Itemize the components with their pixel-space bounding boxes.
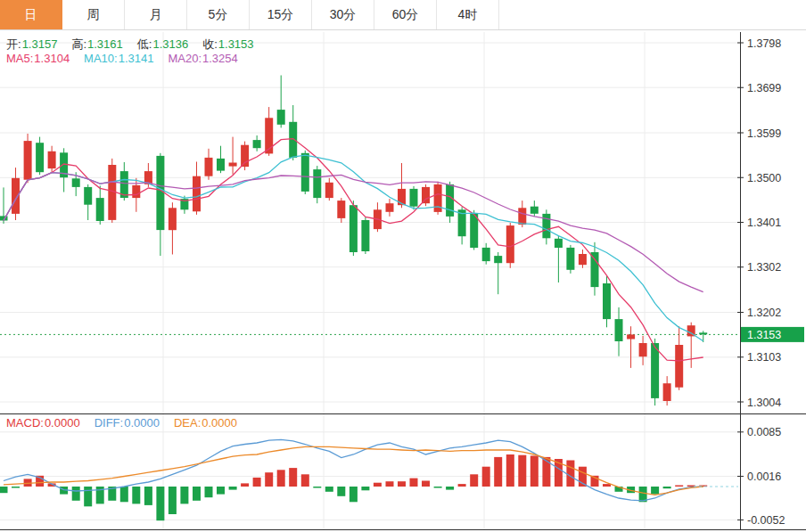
legend-value: 1.3254 bbox=[202, 52, 238, 65]
macd-hist-bar bbox=[180, 487, 188, 503]
legend-label: MA5: bbox=[6, 52, 33, 65]
candle-body bbox=[24, 141, 32, 180]
ohlc-legend: 开:1.3157高:1.3161低:1.3136收:1.3153 bbox=[6, 37, 268, 53]
candle-body bbox=[301, 153, 309, 192]
y-axis-label: 1.3500 bbox=[747, 172, 781, 184]
macd-hist-bar bbox=[482, 467, 490, 487]
legend-value: 0.0000 bbox=[202, 416, 237, 430]
legend-macd-item: MACD:0.0000 bbox=[6, 416, 84, 430]
macd-hist-bar bbox=[301, 474, 309, 487]
tab-5min[interactable]: 5分 bbox=[187, 0, 250, 29]
candle-body bbox=[566, 248, 574, 270]
macd-hist-bar bbox=[265, 472, 273, 487]
macd-hist-bar bbox=[506, 454, 514, 487]
macd-hist-bar bbox=[241, 483, 249, 487]
legend-value: 1.3141 bbox=[119, 52, 154, 65]
y-axis-label: 1.3103 bbox=[747, 351, 781, 364]
macd-hist-bar bbox=[361, 487, 369, 490]
candle-body bbox=[639, 343, 647, 356]
candle-body bbox=[12, 178, 20, 214]
macd-hist-bar bbox=[470, 474, 478, 487]
legend-ohlc-item: 收:1.3153 bbox=[202, 37, 257, 51]
y-axis-label: 1.3202 bbox=[747, 307, 781, 319]
candle-body bbox=[48, 151, 56, 168]
legend-ma-item: MA5:1.3104 bbox=[6, 52, 73, 65]
candle-body bbox=[446, 184, 454, 217]
macd-hist-bar bbox=[530, 455, 539, 487]
candle-body bbox=[289, 122, 297, 158]
legend-ohlc-item: 高:1.3161 bbox=[71, 37, 126, 51]
tab-30min[interactable]: 30分 bbox=[312, 0, 374, 29]
legend-ohlc-item: 开:1.3157 bbox=[6, 37, 61, 51]
macd-hist-bar bbox=[566, 461, 574, 487]
candle-body bbox=[36, 143, 44, 172]
tab-day[interactable]: 日 bbox=[0, 0, 62, 29]
macd-hist-bar bbox=[398, 481, 406, 487]
macd-hist-bar bbox=[374, 483, 382, 487]
candle-body bbox=[579, 254, 587, 265]
candle-body bbox=[591, 252, 599, 287]
y-axis-label: 1.3699 bbox=[747, 82, 781, 94]
candle-body bbox=[96, 198, 104, 221]
tab-60min[interactable]: 60分 bbox=[374, 0, 437, 29]
macd-hist-bar bbox=[434, 487, 442, 488]
macd-hist-bar bbox=[253, 478, 261, 487]
candle-body bbox=[313, 169, 321, 198]
macd-hist-bar bbox=[205, 487, 213, 497]
candle-body bbox=[603, 283, 611, 319]
current-price-badge-text: 1.3153 bbox=[747, 329, 781, 341]
macd-hist-bar bbox=[337, 487, 345, 496]
legend-label: DEA: bbox=[174, 416, 201, 430]
legend-ma-item: MA10:1.3141 bbox=[84, 52, 157, 65]
macd-hist-bar bbox=[277, 470, 285, 487]
candle-body bbox=[217, 159, 225, 171]
candle-body bbox=[699, 332, 707, 334]
macd-hist-bar bbox=[458, 484, 466, 487]
candle-body bbox=[627, 334, 635, 339]
macd-hist-bar bbox=[12, 487, 20, 488]
candle-body bbox=[72, 178, 80, 187]
legend-label: 开: bbox=[6, 37, 21, 51]
macd-hist-bar bbox=[651, 487, 659, 495]
candle-body bbox=[325, 183, 333, 198]
candle-body bbox=[494, 256, 502, 263]
candle-body bbox=[277, 110, 285, 125]
trading-chart-app: 日周月5分15分30分60分4时 1.37981.36991.35991.350… bbox=[0, 0, 806, 532]
candlestick-chart-canvas[interactable]: 1.37981.36991.35991.35001.34011.33021.32… bbox=[0, 0, 806, 532]
candle-body bbox=[518, 208, 526, 225]
candle-body bbox=[470, 214, 478, 248]
tab-4hour[interactable]: 4时 bbox=[437, 0, 499, 29]
candle-body bbox=[132, 185, 140, 198]
tab-month[interactable]: 月 bbox=[125, 0, 187, 29]
y-axis-label: 0.0085 bbox=[747, 426, 781, 438]
candle-body bbox=[253, 140, 261, 148]
candle-body bbox=[156, 156, 164, 230]
y-axis-label: 1.3599 bbox=[747, 127, 781, 140]
legend-label: 收: bbox=[202, 37, 218, 51]
candle-body bbox=[361, 220, 369, 251]
legend-value: 0.0000 bbox=[45, 416, 80, 430]
candle-body bbox=[241, 145, 249, 167]
legend-ma-item: MA20:1.3254 bbox=[168, 52, 241, 65]
macd-hist-bar bbox=[410, 479, 418, 487]
candle-body bbox=[84, 187, 92, 205]
y-axis-label: 1.3401 bbox=[747, 217, 781, 229]
macd-hist-bar bbox=[518, 455, 526, 487]
legend-label: 高: bbox=[71, 37, 86, 51]
candle-body bbox=[169, 208, 177, 230]
candle-body bbox=[410, 189, 418, 207]
legend-label: 低: bbox=[137, 37, 152, 51]
macd-hist-bar bbox=[169, 487, 177, 514]
candle-body bbox=[663, 383, 671, 401]
legend-label: MA10: bbox=[84, 52, 118, 65]
tab-week[interactable]: 周 bbox=[62, 0, 125, 29]
macd-hist-bar bbox=[84, 487, 92, 506]
y-axis-label: 1.3798 bbox=[747, 37, 781, 50]
macd-hist-bar bbox=[72, 487, 80, 501]
legend-value: 0.0000 bbox=[124, 416, 160, 430]
tab-15min[interactable]: 15分 bbox=[250, 0, 312, 29]
macd-hist-bar bbox=[229, 487, 237, 490]
legend-value: 1.3161 bbox=[87, 37, 123, 51]
candle-body bbox=[530, 207, 539, 214]
candle-body bbox=[615, 319, 623, 341]
